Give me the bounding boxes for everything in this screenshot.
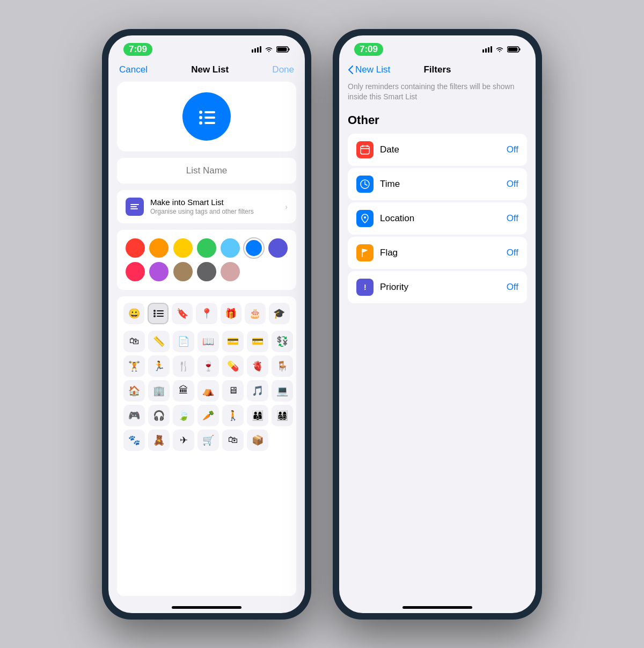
grid-icon-headphones[interactable]: 🎧 (148, 405, 170, 426)
filters-section-title: Other (339, 109, 536, 134)
filter-row-time[interactable]: Time Off (348, 168, 527, 200)
location-icon (360, 213, 370, 224)
grid-icon-ruler[interactable]: 📏 (148, 331, 170, 352)
grid-icon-chair[interactable]: 🪑 (272, 355, 293, 377)
grid-icon-bear[interactable]: 🧸 (148, 429, 170, 451)
color-violet[interactable] (149, 262, 169, 281)
list-tab-icon (153, 309, 164, 318)
cancel-button[interactable]: Cancel (119, 64, 148, 75)
emoji-tab[interactable]: 😀 (123, 303, 144, 324)
grid-icon-person[interactable]: 🚶 (222, 405, 244, 426)
date-filter-value: Off (507, 144, 518, 155)
grid-icon-box[interactable]: 📦 (247, 429, 268, 451)
grid-icon-museum[interactable]: 🏛 (173, 380, 194, 402)
svg-rect-22 (482, 49, 484, 53)
color-orange[interactable] (149, 238, 169, 258)
color-pink[interactable] (126, 262, 145, 281)
color-brown[interactable] (173, 262, 193, 281)
nav-title-left: New List (191, 64, 229, 75)
color-gray[interactable] (197, 262, 216, 281)
grid-icon-monitor[interactable]: 🖥 (222, 380, 244, 402)
list-icon-circle[interactable] (182, 92, 231, 141)
svg-point-18 (153, 312, 156, 315)
grid-icon-card2[interactable]: 💳 (247, 331, 268, 352)
grid-icon-doc[interactable]: 📄 (173, 331, 194, 352)
grid-icon-wine[interactable]: 🍷 (197, 355, 219, 377)
svg-rect-29 (361, 146, 369, 154)
color-yellow[interactable] (173, 238, 193, 258)
svg-rect-31 (367, 145, 368, 147)
smart-list-row[interactable]: Make into Smart List Organise using tags… (117, 190, 296, 223)
grad-tab[interactable]: 🎓 (269, 303, 290, 324)
cake-tab[interactable]: 🎂 (245, 303, 266, 324)
grid-icon-game[interactable]: 🎮 (123, 405, 145, 426)
color-light-blue[interactable] (221, 238, 240, 258)
filters-back-button[interactable]: New List (348, 64, 390, 75)
grid-icon-empty (272, 429, 293, 451)
color-rose[interactable] (221, 262, 240, 281)
status-icons-left (252, 46, 290, 53)
wifi-icon-right (495, 46, 504, 53)
svg-line-35 (365, 184, 367, 185)
grid-icon-plane[interactable]: ✈ (173, 429, 194, 451)
location-filter-value: Off (507, 213, 518, 224)
grid-icon-card1[interactable]: 💳 (222, 331, 244, 352)
pin-tab[interactable]: 📍 (196, 303, 217, 324)
filter-row-date[interactable]: Date Off (348, 134, 527, 166)
filter-row-location[interactable]: Location Off (348, 202, 527, 235)
wifi-icon (265, 46, 273, 53)
time-filter-value: Off (507, 179, 518, 190)
grid-icon-gym[interactable]: 🏋 (123, 355, 145, 377)
left-phone: 7:09 (102, 29, 311, 620)
list-name-section (117, 158, 296, 184)
filters-description: Only reminders containing the filters wi… (339, 82, 536, 109)
grid-icon-pill[interactable]: 💊 (222, 355, 244, 377)
smart-list-subtitle: Organise using tags and other filters (150, 208, 279, 215)
grid-icon-book[interactable]: 📖 (197, 331, 219, 352)
svg-rect-6 (277, 47, 287, 51)
grid-icon-money[interactable]: 💱 (272, 331, 293, 352)
grid-icon-bag[interactable]: 🛍 (123, 331, 145, 352)
smart-list-symbol (129, 201, 140, 212)
grid-icon-family2[interactable]: 👨‍👩‍👦 (247, 405, 268, 426)
priority-icon: ! (360, 282, 370, 293)
grid-icon-laptop[interactable]: 💻 (272, 380, 293, 402)
color-green[interactable] (197, 238, 216, 258)
grid-icon-food[interactable]: 🍴 (173, 355, 194, 377)
done-button[interactable]: Done (272, 64, 294, 75)
color-purple[interactable] (268, 238, 288, 258)
svg-rect-15 (130, 208, 138, 209)
right-phone: 7:09 (333, 29, 542, 620)
gift-tab[interactable]: 🎁 (221, 303, 241, 324)
grid-icon-cart[interactable]: 🛒 (197, 429, 219, 451)
grid-icon-carrot[interactable]: 🥕 (197, 405, 219, 426)
grid-icon-building[interactable]: 🏢 (148, 380, 170, 402)
grid-icon-run[interactable]: 🏃 (148, 355, 170, 377)
list-tab[interactable] (148, 303, 169, 324)
flag-filter-label: Flag (380, 247, 500, 258)
filters-list: Date Off Time Off (339, 134, 536, 303)
list-name-input[interactable] (126, 165, 288, 176)
grid-icon-leaf[interactable]: 🍃 (173, 405, 194, 426)
grid-icon-health[interactable]: 🫀 (247, 355, 268, 377)
grid-icon-music[interactable]: 🎵 (247, 380, 268, 402)
signal-icon (252, 46, 261, 53)
date-icon (360, 144, 370, 155)
grid-icon-paw[interactable]: 🐾 (123, 429, 145, 451)
priority-filter-icon-box: ! (356, 279, 374, 296)
color-blue[interactable] (244, 238, 264, 258)
filter-row-flag[interactable]: Flag Off (348, 237, 527, 269)
grid-icon-camp[interactable]: ⛺ (197, 380, 219, 402)
status-time-right: 7:09 (354, 43, 383, 56)
flag-icon (360, 247, 370, 258)
grid-icon-shopping[interactable]: 🛍 (222, 429, 244, 451)
color-red[interactable] (126, 238, 145, 258)
grid-icon-family3[interactable]: 👨‍👩‍👧‍👦 (272, 405, 293, 426)
filter-row-priority[interactable]: ! Priority Off (348, 271, 527, 303)
bookmark-tab[interactable]: 🔖 (172, 303, 193, 324)
location-filter-icon-box (356, 210, 374, 227)
smart-list-title: Make into Smart List (150, 198, 279, 207)
grid-icon-home[interactable]: 🏠 (123, 380, 145, 402)
filters-back-label: New List (355, 64, 390, 75)
svg-rect-0 (252, 49, 253, 53)
